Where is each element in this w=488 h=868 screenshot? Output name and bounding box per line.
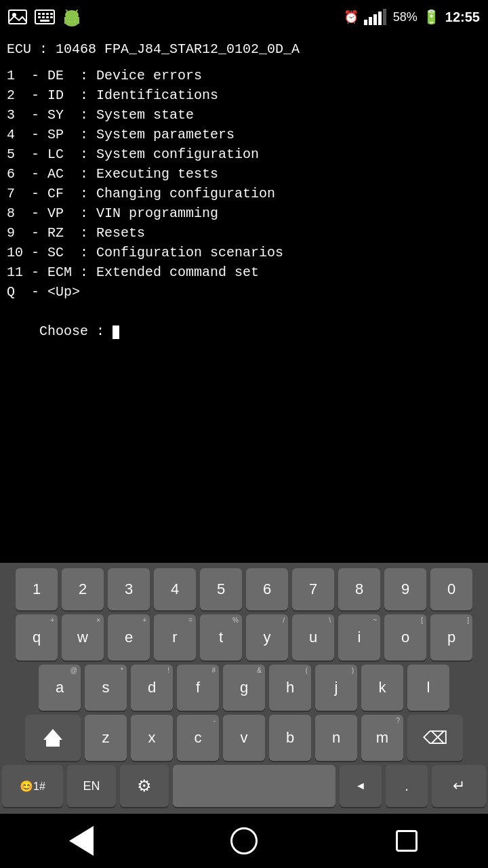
- key-y[interactable]: /y: [246, 614, 288, 660]
- svg-rect-7: [42, 16, 45, 18]
- svg-rect-19: [65, 17, 79, 21]
- key-keyboard-settings[interactable]: ⚙: [120, 765, 169, 807]
- key-w[interactable]: ×w: [62, 614, 104, 660]
- nav-back-button[interactable]: [54, 821, 108, 861]
- key-emoji-numeric[interactable]: 😊1#: [2, 765, 63, 807]
- key-3[interactable]: 3: [108, 568, 150, 610]
- key-d[interactable]: !d: [131, 665, 173, 711]
- signal-icon: [364, 9, 386, 25]
- key-arrow-left[interactable]: ◄: [340, 765, 382, 807]
- key-h[interactable]: (h: [269, 665, 311, 711]
- menu-item: 4 - SP : System parameters: [7, 125, 481, 144]
- key-p[interactable]: ]p: [430, 614, 472, 660]
- nav-bar: [0, 814, 488, 868]
- key-n[interactable]: n: [315, 715, 357, 761]
- svg-rect-3: [38, 13, 41, 15]
- ecu-header: ECU : 10468 FPA_J84_STAR12_0102_0D_A: [7, 39, 481, 59]
- android-icon: [61, 6, 83, 28]
- key-backspace[interactable]: ⌫: [407, 715, 463, 761]
- home-icon: [230, 827, 258, 854]
- recents-icon: [396, 830, 418, 852]
- image-icon: [7, 6, 28, 28]
- prompt-line: Choose :: [7, 302, 481, 361]
- key-c[interactable]: -c: [177, 715, 219, 761]
- key-z[interactable]: z: [85, 715, 127, 761]
- key-shift[interactable]: [25, 715, 81, 761]
- menu-item: 10 - SC : Configuration scenarios: [7, 243, 481, 262]
- key-b[interactable]: b: [269, 715, 311, 761]
- key-period[interactable]: .: [386, 765, 428, 807]
- menu-item: Q - <Up>: [7, 282, 481, 302]
- prompt-text: Choose :: [39, 323, 113, 339]
- menu-item: 6 - AC : Executing tests: [7, 164, 481, 184]
- key-g[interactable]: &g: [223, 665, 265, 711]
- alarm-icon: ⏰: [344, 9, 359, 24]
- key-row-numbers: 1234567890: [3, 568, 485, 610]
- key-m[interactable]: ?m: [361, 715, 403, 761]
- key-6[interactable]: 6: [246, 568, 288, 610]
- svg-rect-11: [40, 20, 49, 22]
- key-9[interactable]: 9: [384, 568, 426, 610]
- key-j[interactable]: )j: [315, 665, 357, 711]
- svg-rect-10: [50, 16, 53, 18]
- menu-list: 1 - DE : Device errors2 - ID : Identific…: [7, 66, 481, 302]
- nav-home-button[interactable]: [217, 821, 271, 861]
- key-e[interactable]: +e: [108, 614, 150, 660]
- key-7[interactable]: 7: [292, 568, 334, 610]
- key-row-bottom: 😊1#EN⚙◄.↵: [3, 765, 485, 807]
- key-o[interactable]: [o: [384, 614, 426, 660]
- svg-rect-8: [46, 16, 49, 18]
- status-bar: ⏰ 58% 🔋 12:55: [0, 0, 488, 34]
- cursor: [113, 326, 119, 339]
- key-v[interactable]: v: [223, 715, 265, 761]
- terminal-area[interactable]: ECU : 10468 FPA_J84_STAR12_0102_0D_A 1 -…: [0, 34, 488, 563]
- menu-item: 1 - DE : Device errors: [7, 66, 481, 85]
- key-u[interactable]: \u: [292, 614, 334, 660]
- key-f[interactable]: #f: [177, 665, 219, 711]
- menu-item: 2 - ID : Identifications: [7, 85, 481, 105]
- menu-item: 3 - SY : System state: [7, 105, 481, 125]
- key-row-qwerty: +q×w+e=r%t/y\u~i[o]p: [3, 614, 485, 660]
- key-1[interactable]: 1: [16, 568, 58, 610]
- key-s[interactable]: *s: [85, 665, 127, 711]
- battery-icon: 🔋: [423, 9, 440, 26]
- key-enter[interactable]: ↵: [432, 765, 486, 807]
- key-r[interactable]: =r: [154, 614, 196, 660]
- key-space[interactable]: [173, 765, 336, 807]
- key-5[interactable]: 5: [200, 568, 242, 610]
- battery-percentage: 58%: [393, 10, 418, 24]
- key-l[interactable]: l: [407, 665, 449, 711]
- key-row-zxcv: zx-cvbn?m⌫: [3, 715, 485, 761]
- back-icon: [69, 826, 94, 856]
- status-left-icons: [7, 6, 83, 28]
- keyboard-icon: [34, 6, 56, 28]
- key-t[interactable]: %t: [200, 614, 242, 660]
- key-0[interactable]: 0: [430, 568, 472, 610]
- status-time: 12:55: [445, 9, 480, 25]
- menu-item: 8 - VP : VIN programming: [7, 203, 481, 223]
- svg-rect-5: [46, 13, 49, 15]
- key-row-asdf: @a*s!d#f&g(h)jkl: [3, 665, 485, 711]
- svg-rect-6: [38, 16, 41, 18]
- key-4[interactable]: 4: [154, 568, 196, 610]
- key-2[interactable]: 2: [62, 568, 104, 610]
- svg-rect-0: [9, 10, 26, 24]
- menu-item: 9 - RZ : Resets: [7, 223, 481, 243]
- key-a[interactable]: @a: [39, 665, 81, 711]
- nav-recents-button[interactable]: [380, 821, 434, 861]
- key-8[interactable]: 8: [338, 568, 380, 610]
- menu-item: 5 - LC : System configuration: [7, 144, 481, 164]
- key-x[interactable]: x: [131, 715, 173, 761]
- menu-item: 7 - CF : Changing configuration: [7, 184, 481, 203]
- svg-rect-4: [42, 13, 45, 15]
- key-k[interactable]: k: [361, 665, 403, 711]
- key-language[interactable]: EN: [67, 765, 116, 807]
- menu-item: 11 - ECM : Extended command set: [7, 262, 481, 282]
- keyboard: 1234567890 +q×w+e=r%t/y\u~i[o]p @a*s!d#f…: [0, 563, 488, 814]
- key-i[interactable]: ~i: [338, 614, 380, 660]
- svg-rect-9: [50, 13, 53, 15]
- key-q[interactable]: +q: [16, 614, 58, 660]
